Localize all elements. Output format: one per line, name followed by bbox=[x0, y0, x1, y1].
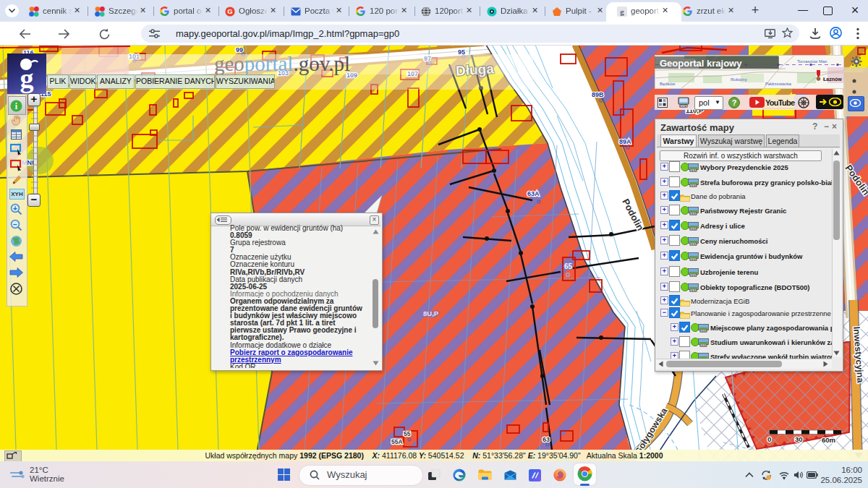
svg-text:WMS: WMS bbox=[690, 228, 697, 231]
svg-text:63A: 63A bbox=[527, 190, 540, 197]
svg-text:63: 63 bbox=[542, 436, 550, 443]
svg-text:Rokiciny: Rokiciny bbox=[731, 77, 747, 82]
svg-text:89B: 89B bbox=[592, 91, 604, 98]
svg-text:89A: 89A bbox=[619, 138, 631, 145]
svg-text:−: − bbox=[13, 221, 17, 228]
svg-text:WMS: WMS bbox=[690, 184, 697, 187]
svg-text:55: 55 bbox=[404, 430, 411, 437]
svg-text:Pałdrzewianka: Pałdrzewianka bbox=[765, 82, 792, 86]
svg-text:WMS: WMS bbox=[690, 289, 697, 292]
svg-text:WMS: WMS bbox=[680, 104, 687, 108]
svg-text:WMS: WMS bbox=[700, 344, 707, 347]
svg-text:0: 0 bbox=[767, 435, 771, 443]
svg-text:WMS: WMS bbox=[690, 258, 697, 261]
svg-text:+: + bbox=[13, 205, 17, 213]
svg-text:8U,P: 8U,P bbox=[423, 309, 439, 317]
svg-text:WMS: WMS bbox=[690, 243, 697, 246]
svg-text:g: g bbox=[620, 7, 624, 16]
svg-text:30: 30 bbox=[795, 435, 803, 443]
svg-text:?: ? bbox=[732, 98, 737, 107]
svg-text:Łaznów: Łaznów bbox=[823, 77, 842, 82]
svg-text:WMS: WMS bbox=[690, 274, 697, 277]
svg-text:g: g bbox=[20, 63, 34, 93]
svg-text:Będków: Będków bbox=[660, 82, 676, 86]
svg-text:65: 65 bbox=[564, 262, 573, 270]
svg-text:60m: 60m bbox=[822, 436, 835, 444]
svg-text:55A: 55A bbox=[391, 438, 403, 445]
svg-text:G: G bbox=[227, 7, 232, 15]
svg-text:Tomaszów Maz.: Tomaszów Maz. bbox=[797, 59, 828, 64]
svg-text:WMS: WMS bbox=[690, 169, 697, 172]
svg-text:WMS: WMS bbox=[690, 213, 697, 215]
svg-text:WMS: WMS bbox=[700, 330, 707, 333]
